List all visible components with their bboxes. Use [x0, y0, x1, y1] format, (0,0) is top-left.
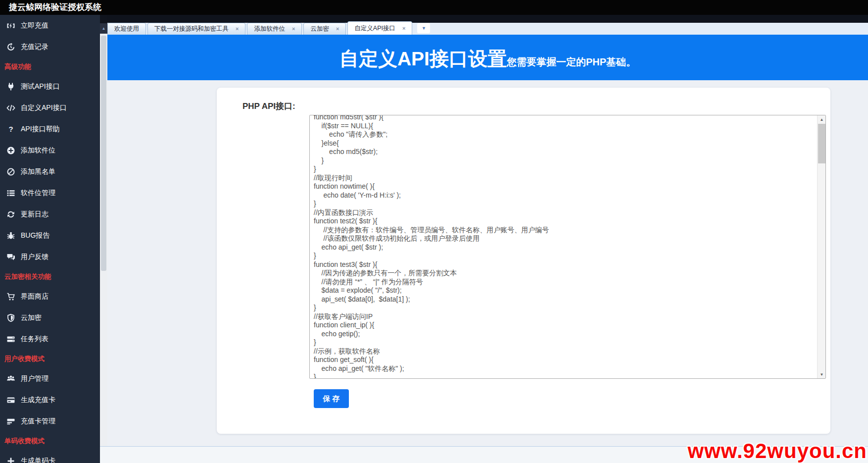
sidebar-item-history[interactable]: 充值记录 [0, 36, 100, 57]
tab-item[interactable]: 云加密× [303, 23, 346, 35]
php-code-content[interactable]: function md5str( $str ){ if($str == NULL… [310, 115, 817, 378]
code-icon [4, 103, 17, 112]
sidebar-item-card[interactable]: 生成充值卡 [0, 389, 100, 411]
shield-icon [4, 313, 17, 322]
comments-icon [4, 253, 17, 261]
sidebar-item-label: 充值记录 [21, 43, 48, 51]
tab-label: 添加软件位 [254, 25, 285, 33]
server-icon [4, 335, 17, 344]
sidebar-item-refresh[interactable]: 更新日志 [0, 204, 100, 225]
tab-close-icon[interactable]: × [292, 26, 295, 32]
tab-item[interactable]: 欢迎使用 [107, 23, 146, 35]
sidebar-item-question[interactable]: ?API接口帮助 [0, 118, 100, 140]
scrollbar-thumb[interactable] [101, 36, 106, 271]
tab-item[interactable]: 下载一对接源码和加密工具× [147, 23, 245, 35]
sidebar-item-plus[interactable]: 生成单码卡 [0, 450, 100, 463]
sidebar-item-label: 测试API接口 [21, 82, 60, 91]
plus-icon [4, 457, 17, 463]
users-icon [4, 374, 17, 383]
main-area: 欢迎使用下载一对接源码和加密工具×添加软件位×云加密×自定义API接口×▼ 自定… [107, 15, 868, 463]
app-window: 捷云鲸网络验证授权系统 立即充值充值记录高级功能测试API接口自定义API接口?… [0, 0, 868, 463]
sidebar-item-label: 立即充值 [21, 21, 48, 30]
refresh-icon [4, 210, 17, 219]
svg-text:?: ? [8, 125, 13, 133]
tab-strip: 欢迎使用下载一对接源码和加密工具×添加软件位×云加密×自定义API接口×▼ [107, 21, 430, 35]
sidebar-item-comments[interactable]: 用户反馈 [0, 246, 100, 267]
sidebar-item-label: BUG报告 [21, 231, 49, 240]
sidebar-section-header: 单码收费模式 [0, 432, 100, 450]
save-button[interactable]: 保 存 [314, 389, 349, 408]
sidebar-item-card-manage[interactable]: 充值卡管理 [0, 411, 100, 432]
card-icon [4, 396, 17, 405]
sidebar-item-label: 添加软件位 [21, 146, 55, 155]
sidebar-item-label: 充值卡管理 [21, 417, 55, 426]
ban-icon [4, 167, 17, 176]
sidebar-item-label: 生成充值卡 [21, 396, 55, 405]
tab-close-icon[interactable]: × [336, 26, 339, 32]
tab-active[interactable]: 自定义API接口× [347, 21, 412, 35]
scrollbar-cap [100, 15, 107, 23]
sidebar-item-bug[interactable]: BUG报告 [0, 225, 100, 246]
sidebar-item-label: 界面商店 [21, 292, 48, 301]
sidebar-item-label: 用户管理 [21, 374, 48, 383]
sidebar-section-header: 云加密相关功能 [0, 267, 100, 286]
title-bar: 捷云鲸网络验证授权系统 [0, 0, 868, 15]
tab-close-icon[interactable]: × [402, 26, 405, 31]
sidebar-item-label: 任务列表 [21, 335, 48, 344]
sidebar-item-label: API接口帮助 [21, 125, 60, 134]
sidebar-section-header: 高级功能 [0, 57, 100, 76]
sidebar-section-header: 用户收费模式 [0, 350, 100, 368]
textarea-scrollbar[interactable]: ▲ ▼ [817, 115, 825, 378]
sidebar-item-list[interactable]: 软件位管理 [0, 182, 100, 204]
textarea-scroll-up-icon[interactable]: ▲ [818, 115, 826, 123]
sidebar-item-label: 自定义API接口 [21, 103, 67, 112]
sidebar-item-shield[interactable]: 云加密 [0, 307, 100, 328]
textarea-scroll-down-icon[interactable]: ▼ [818, 370, 826, 378]
list-icon [4, 189, 17, 198]
tab-label: 自定义API接口 [354, 24, 395, 33]
sidebar-item-label: 云加密 [21, 313, 42, 322]
sidebar-menu: 立即充值充值记录高级功能测试API接口自定义API接口?API接口帮助添加软件位… [0, 15, 100, 463]
content-scrollbar[interactable]: ▲ [100, 15, 107, 446]
scroll-up-button[interactable]: ▲ [100, 23, 107, 34]
card-manage-icon [4, 417, 17, 426]
tab-close-icon[interactable]: × [236, 26, 239, 32]
cart-icon [4, 292, 17, 301]
php-api-label: PHP API接口: [242, 101, 295, 112]
tab-label: 云加密 [310, 25, 329, 33]
watermark: www.92wuyou.cn [687, 439, 867, 463]
sidebar-item-label: 软件位管理 [21, 189, 55, 198]
tab-bar: 欢迎使用下载一对接源码和加密工具×添加软件位×云加密×自定义API接口×▼ [107, 15, 868, 35]
sidebar-item-plug[interactable]: 测试API接口 [0, 76, 100, 97]
plus-circle-icon [4, 146, 17, 155]
history-icon [4, 43, 17, 51]
sidebar-item-cart[interactable]: 界面商店 [0, 286, 100, 307]
sidebar-item-label: 更新日志 [21, 210, 48, 219]
textarea-scrollbar-thumb[interactable] [818, 124, 825, 163]
tab-label: 欢迎使用 [114, 25, 139, 33]
sidebar-item-label: 生成单码卡 [21, 457, 55, 463]
sidebar-item-recharge[interactable]: 立即充值 [0, 15, 100, 36]
sidebar-item-label: 添加黑名单 [21, 167, 55, 176]
recharge-icon [4, 21, 17, 30]
sidebar-item-server[interactable]: 任务列表 [0, 328, 100, 350]
tab-list-dropdown-button[interactable]: ▼ [417, 23, 430, 33]
tab-item[interactable]: 添加软件位× [247, 23, 302, 35]
php-code-textarea[interactable]: function md5str( $str ){ if($str == NULL… [309, 115, 826, 379]
question-icon: ? [4, 125, 17, 134]
content-card: PHP API接口: function md5str( $str ){ if($… [217, 88, 830, 434]
scrollbar-track[interactable] [100, 34, 107, 446]
page-title: 自定义API接口设置 [339, 48, 507, 71]
content-area: PHP API接口: function md5str( $str ){ if($… [107, 80, 868, 446]
sidebar-item-code[interactable]: 自定义API接口 [0, 97, 100, 118]
sidebar-item-plus-circle[interactable]: 添加软件位 [0, 140, 100, 161]
sidebar-item-users[interactable]: 用户管理 [0, 368, 100, 389]
sidebar-item-label: 用户反馈 [21, 253, 48, 261]
scroll-up-icon: ▲ [102, 26, 106, 31]
sidebar: 立即充值充值记录高级功能测试API接口自定义API接口?API接口帮助添加软件位… [0, 15, 100, 463]
sidebar-item-ban[interactable]: 添加黑名单 [0, 161, 100, 182]
plug-icon [4, 82, 17, 91]
page-subtitle: 您需要掌握一定的PHP基础。 [507, 55, 636, 69]
bug-icon [4, 231, 17, 240]
page-banner: 自定义API接口设置您需要掌握一定的PHP基础。 [107, 35, 868, 80]
